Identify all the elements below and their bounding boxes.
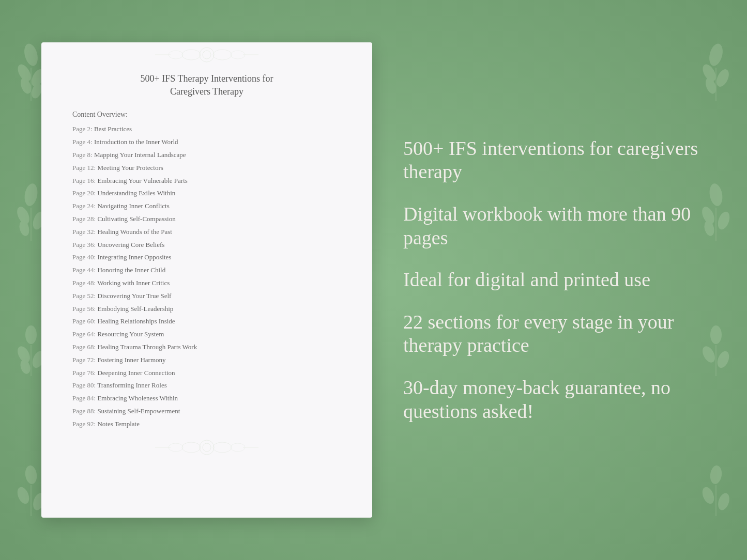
svg-point-38: [200, 48, 214, 62]
toc-item: Page 2: Best Practices: [72, 124, 341, 135]
toc-item: Page 68: Healing Trauma Through Parts Wo…: [72, 342, 341, 353]
toc-title: Discovering Your True Self: [97, 292, 171, 300]
toc-item: Page 60: Healing Relationships Inside: [72, 316, 341, 327]
svg-point-51: [231, 443, 245, 452]
toc-list: Page 2: Best PracticesPage 4: Introducti…: [41, 124, 372, 429]
toc-page-number: Page 8:: [72, 151, 93, 159]
title-line1: 500+ IFS Therapy Interventions for: [141, 73, 273, 84]
toc-item: Page 20: Understanding Exiles Within: [72, 188, 341, 199]
toc-item: Page 48: Working with Inner Critics: [72, 278, 341, 289]
toc-page-number: Page 20:: [72, 189, 96, 197]
feature-text-2: Digital workbook with more than 90 pages: [403, 203, 706, 250]
toc-title: Navigating Inner Conflicts: [97, 202, 169, 210]
svg-point-40: [182, 50, 201, 60]
toc-item: Page 32: Healing Wounds of the Past: [72, 227, 341, 238]
toc-item: Page 24: Navigating Inner Conflicts: [72, 201, 341, 212]
toc-page-number: Page 80:: [72, 381, 96, 389]
toc-title: Understanding Exiles Within: [97, 189, 175, 197]
toc-page-number: Page 12:: [72, 164, 96, 172]
feature-text-5: 30-day money-back guarantee, no question…: [403, 376, 706, 423]
svg-point-42: [169, 51, 183, 59]
document-preview: 500+ IFS Therapy Interventions for Careg…: [41, 42, 372, 518]
toc-page-number: Page 52:: [72, 292, 96, 300]
toc-item: Page 64: Resourcing Your System: [72, 329, 341, 340]
toc-item: Page 72: Fostering Inner Harmony: [72, 355, 341, 366]
feature-text-1: 500+ IFS interventions for caregivers th…: [403, 137, 706, 184]
toc-item: Page 84: Embracing Wholeness Within: [72, 393, 341, 404]
toc-title: Integrating Inner Opposites: [97, 253, 171, 261]
toc-page-number: Page 28:: [72, 215, 96, 223]
toc-title: Deepening Inner Connection: [97, 369, 175, 377]
toc-title: Fostering Inner Harmony: [97, 356, 165, 364]
toc-title: Working with Inner Critics: [97, 279, 170, 287]
title-line2: Caregivers Therapy: [170, 86, 243, 97]
toc-item: Page 44: Honoring the Inner Child: [72, 265, 341, 276]
svg-point-49: [213, 442, 232, 453]
svg-point-41: [213, 50, 232, 60]
toc-title: Embodying Self-Leadership: [97, 305, 173, 313]
toc-page-number: Page 44:: [72, 266, 96, 274]
svg-point-39: [203, 51, 211, 59]
toc-title: Uncovering Core Beliefs: [97, 241, 164, 248]
toc-page-number: Page 72:: [72, 356, 96, 364]
toc-title: Honoring the Inner Child: [97, 266, 165, 274]
toc-title: Embracing Wholeness Within: [97, 394, 178, 402]
toc-page-number: Page 68:: [72, 343, 96, 351]
right-features-panel: 500+ IFS interventions for caregivers th…: [403, 127, 706, 433]
svg-point-47: [203, 443, 211, 452]
toc-title: Healing Relationships Inside: [97, 317, 175, 325]
toc-item: Page 76: Deepening Inner Connection: [72, 368, 341, 379]
toc-page-number: Page 76:: [72, 369, 96, 377]
toc-page-number: Page 4:: [72, 138, 93, 146]
content-overview-label: Content Overview:: [41, 111, 372, 119]
svg-point-46: [200, 440, 214, 455]
toc-title: Cultivating Self-Compassion: [97, 215, 175, 223]
toc-page-number: Page 32:: [72, 228, 96, 236]
toc-item: Page 12: Meeting Your Protectors: [72, 163, 341, 174]
toc-title: Healing Wounds of the Past: [97, 228, 172, 236]
toc-title: Healing Trauma Through Parts Work: [97, 343, 197, 351]
toc-title: Introduction to the Inner World: [94, 138, 178, 146]
toc-page-number: Page 56:: [72, 305, 96, 313]
toc-page-number: Page 88:: [72, 407, 96, 415]
svg-point-50: [169, 443, 183, 452]
toc-item: Page 4: Introduction to the Inner World: [72, 137, 341, 148]
toc-item: Page 88: Sustaining Self-Empowerment: [72, 406, 341, 417]
doc-bottom-decoration: [41, 435, 372, 460]
toc-title: Transforming Inner Roles: [97, 381, 167, 389]
doc-top-decoration: [41, 42, 372, 67]
toc-title: Resourcing Your System: [97, 330, 164, 338]
toc-item: Page 28: Cultivating Self-Compassion: [72, 214, 341, 225]
toc-item: Page 36: Uncovering Core Beliefs: [72, 240, 341, 251]
toc-item: Page 80: Transforming Inner Roles: [72, 380, 341, 391]
toc-title: Sustaining Self-Empowerment: [97, 407, 180, 415]
toc-item: Page 40: Integrating Inner Opposites: [72, 252, 341, 263]
toc-item: Page 8: Mapping Your Internal Landscape: [72, 150, 341, 161]
toc-page-number: Page 92:: [72, 420, 96, 428]
toc-page-number: Page 84:: [72, 394, 96, 402]
toc-item: Page 56: Embodying Self-Leadership: [72, 304, 341, 315]
toc-title: Mapping Your Internal Landscape: [94, 151, 186, 159]
toc-page-number: Page 2:: [72, 125, 93, 133]
toc-page-number: Page 40:: [72, 253, 96, 261]
toc-page-number: Page 64:: [72, 330, 96, 338]
toc-page-number: Page 24:: [72, 202, 96, 210]
document-title: 500+ IFS Therapy Interventions for Careg…: [120, 72, 294, 98]
toc-title: Meeting Your Protectors: [97, 164, 163, 172]
toc-item: Page 92: Notes Template: [72, 419, 341, 430]
main-content: 500+ IFS Therapy Interventions for Careg…: [0, 0, 747, 560]
toc-page-number: Page 36:: [72, 241, 96, 248]
toc-title: Best Practices: [94, 125, 132, 133]
toc-item: Page 52: Discovering Your True Self: [72, 291, 341, 302]
svg-point-43: [231, 51, 245, 59]
toc-title: Embracing Your Vulnerable Parts: [97, 177, 187, 184]
toc-title: Notes Template: [97, 420, 140, 428]
svg-point-48: [182, 442, 201, 453]
toc-page-number: Page 60:: [72, 317, 96, 325]
toc-page-number: Page 16:: [72, 177, 96, 184]
toc-item: Page 16: Embracing Your Vulnerable Parts: [72, 176, 341, 186]
feature-text-4: 22 sections for every stage in your ther…: [403, 310, 706, 357]
feature-text-3: Ideal for digital and printed use: [403, 268, 706, 292]
toc-page-number: Page 48:: [72, 279, 96, 287]
